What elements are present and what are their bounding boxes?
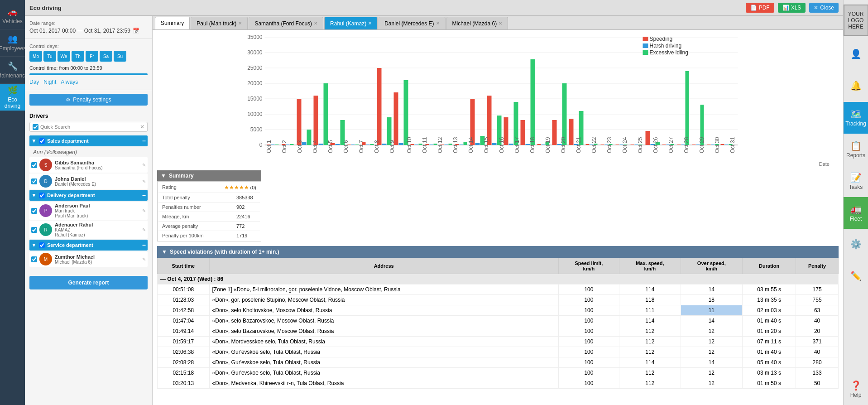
- table-row[interactable]: 01:28:03 «Don», gor. poselenie Stupino, …: [158, 295, 839, 305]
- rnav-edit[interactable]: ✏️: [844, 260, 868, 292]
- table-row[interactable]: 01:49:14 «Don», selo Bazarovskoe, Moscow…: [158, 326, 839, 337]
- tab-daniel-close[interactable]: ✕: [436, 21, 440, 26]
- rnav-tasks[interactable]: 📝 Tasks: [844, 165, 868, 197]
- table-row[interactable]: 02:08:28 «Don», Gur'evskoe selo, Tula Ob…: [158, 357, 839, 368]
- dept-delivery-checkbox[interactable]: [39, 193, 45, 198]
- svg-text:Oct 30: Oct 30: [714, 137, 720, 153]
- daniel-info: Johns Daniel Daniel (Mercedes E): [55, 176, 142, 187]
- cell-max-speed: 112: [619, 347, 681, 357]
- penalty-settings-button[interactable]: ⚙ Penalty settings: [29, 94, 148, 106]
- michael-checkbox[interactable]: [31, 256, 37, 262]
- dept-sales-checkbox[interactable]: [39, 138, 45, 144]
- dept-delivery[interactable]: ▼ Delivery department −: [29, 190, 148, 201]
- rnav-help[interactable]: ❓ Help: [844, 373, 868, 405]
- search-input[interactable]: [40, 124, 140, 130]
- generate-report-button[interactable]: Generate report: [29, 276, 148, 289]
- driver-daniel: D Johns Daniel Daniel (Mercedes E) ✎: [29, 174, 148, 189]
- tab-summary[interactable]: Summary: [155, 17, 190, 29]
- tab-michael[interactable]: Michael (Mazda 6) ✕: [446, 17, 508, 29]
- daniel-avatar: D: [39, 175, 52, 188]
- tab-samantha[interactable]: Samantha (Ford Focus) ✕: [249, 17, 323, 29]
- table-row[interactable]: 01:42:58 «Don», selo Kholtovskoe, Moscow…: [158, 305, 839, 316]
- day-su[interactable]: Su: [114, 51, 126, 62]
- rahul-edit-icon[interactable]: ✎: [142, 227, 146, 232]
- table-row[interactable]: 02:15:18 «Don», Gur'evskoe selo, Tula Ob…: [158, 368, 839, 378]
- summary-toggle[interactable]: ▼ Summary: [157, 170, 261, 181]
- dept-sales[interactable]: ▼ Sales department −: [29, 135, 148, 146]
- day-option[interactable]: Day: [29, 79, 39, 85]
- cell-max-speed: 114: [619, 316, 681, 326]
- nav-eco-driving[interactable]: 🌿 Eco driving: [0, 84, 25, 111]
- cell-max-speed: 114: [619, 357, 681, 368]
- daniel-edit-icon[interactable]: ✎: [142, 179, 146, 184]
- table-row[interactable]: 01:47:04 «Don», selo Bazarovskoe, Moscow…: [158, 316, 839, 326]
- dept-service-checkbox[interactable]: [39, 242, 45, 248]
- cell-penalty: 133: [796, 368, 839, 378]
- clear-search-icon[interactable]: ✕: [140, 124, 144, 130]
- day-th[interactable]: Th: [72, 51, 84, 62]
- samantha-checkbox[interactable]: [31, 162, 37, 168]
- close-button[interactable]: ✕ Close: [809, 3, 839, 13]
- time-slider[interactable]: [29, 73, 148, 75]
- rahul-checkbox[interactable]: [31, 227, 37, 233]
- day-mo[interactable]: Mo: [29, 51, 42, 62]
- tab-rahul-close[interactable]: ✕: [368, 21, 372, 26]
- pdf-button[interactable]: 📄 PDF: [746, 3, 774, 13]
- day-we[interactable]: We: [58, 51, 70, 62]
- col-duration: Duration: [743, 258, 796, 274]
- dept-service-collapse-icon[interactable]: −: [142, 241, 146, 249]
- always-option[interactable]: Always: [61, 79, 78, 85]
- rnav-reports[interactable]: 📋 Reports: [844, 134, 868, 165]
- cell-speed-limit: 100: [558, 378, 619, 389]
- svg-rect-32: [351, 145, 355, 145]
- michael-name: Zumthor Michael: [55, 254, 142, 260]
- dept-delivery-collapse-icon[interactable]: −: [142, 192, 146, 199]
- day-sa[interactable]: Sa: [100, 51, 112, 62]
- nav-employees[interactable]: 👥 Employees: [0, 29, 25, 57]
- date-range-section: Date range: Oct 01, 2017 00:00 — Oct 31,…: [25, 16, 152, 39]
- dept-collapse-icon[interactable]: −: [142, 137, 146, 145]
- rnav-fleet[interactable]: 🚛 Fleet: [844, 197, 868, 229]
- dept-service[interactable]: ▼ Service department −: [29, 240, 148, 251]
- fleet-icon: 🚛: [850, 204, 862, 215]
- table-row[interactable]: 03:20:13 «Don», Medvenka, Khireevskii r-…: [158, 378, 839, 389]
- search-checkbox[interactable]: [33, 124, 38, 130]
- michael-edit-icon[interactable]: ✎: [142, 257, 146, 262]
- rnav-user[interactable]: 👤: [844, 39, 868, 70]
- tab-daniel[interactable]: Daniel (Mercedes E) ✕: [379, 17, 445, 29]
- tab-paul-close[interactable]: ✕: [238, 21, 242, 26]
- tab-michael-close[interactable]: ✕: [499, 21, 502, 26]
- cell-start-time: 01:42:58: [158, 305, 210, 316]
- rnav-bell[interactable]: 🔔: [844, 70, 868, 102]
- paul-checkbox[interactable]: [31, 208, 37, 214]
- svg-rect-18: [275, 145, 279, 145]
- nav-maintenance[interactable]: 🔧 Maintenance: [0, 57, 25, 84]
- xls-button[interactable]: 📊 XLS: [778, 3, 806, 13]
- paul-edit-icon[interactable]: ✎: [142, 208, 146, 213]
- night-option[interactable]: Night: [43, 79, 56, 85]
- svg-rect-22: [297, 99, 302, 145]
- nav-vehicles[interactable]: 🚗 Vehicles: [0, 2, 25, 29]
- rahul-avatar: R: [39, 223, 52, 236]
- cell-penalty: 755: [796, 295, 839, 305]
- maintenance-icon: 🔧: [8, 61, 18, 71]
- tab-paul[interactable]: Paul (Man truck) ✕: [191, 17, 248, 29]
- svg-text:Oct 27: Oct 27: [668, 137, 674, 153]
- violations-header[interactable]: ▼ Speed violations (with duration of 1+ …: [157, 246, 839, 258]
- cell-penalty: 280: [796, 357, 839, 368]
- tab-rahul[interactable]: Rahul (Kamaz) ✕: [324, 17, 378, 29]
- table-row[interactable]: 00:51:08 [Zone 1] «Don», 5-i mikroraion,…: [158, 284, 839, 295]
- daniel-checkbox[interactable]: [31, 178, 37, 184]
- calendar-icon[interactable]: 📅: [133, 28, 139, 34]
- svg-rect-38: [382, 144, 387, 145]
- col-start-time: Start time: [158, 258, 210, 274]
- samantha-edit-icon[interactable]: ✎: [142, 163, 146, 168]
- day-fr[interactable]: Fr: [86, 51, 98, 62]
- rnav-tracking[interactable]: 🗺️ Tracking: [844, 102, 868, 134]
- rnav-settings[interactable]: ⚙️: [844, 229, 868, 260]
- day-tu[interactable]: Tu: [43, 51, 56, 62]
- table-row[interactable]: 02:06:38 «Don», Gur'evskoe selo, Tula Ob…: [158, 347, 839, 357]
- table-row[interactable]: 01:59:17 «Don», Mordvesskoe selo, Tula O…: [158, 337, 839, 347]
- cell-over-speed: 12: [681, 368, 743, 378]
- tab-samantha-close[interactable]: ✕: [314, 21, 317, 26]
